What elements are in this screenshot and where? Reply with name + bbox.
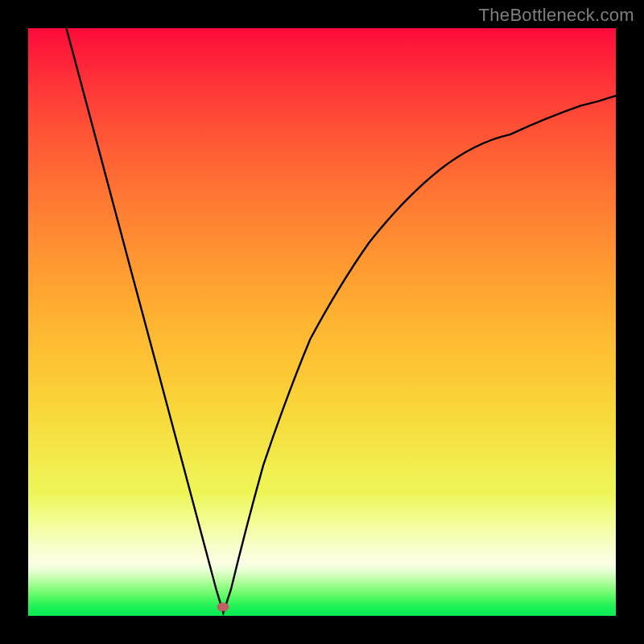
watermark-text: TheBottleneck.com [479,5,634,26]
optimum-marker [217,603,229,612]
chart-frame: TheBottleneck.com [0,0,644,644]
bottleneck-curve [66,28,616,613]
plot-area [28,28,616,616]
curve-layer [28,28,616,616]
